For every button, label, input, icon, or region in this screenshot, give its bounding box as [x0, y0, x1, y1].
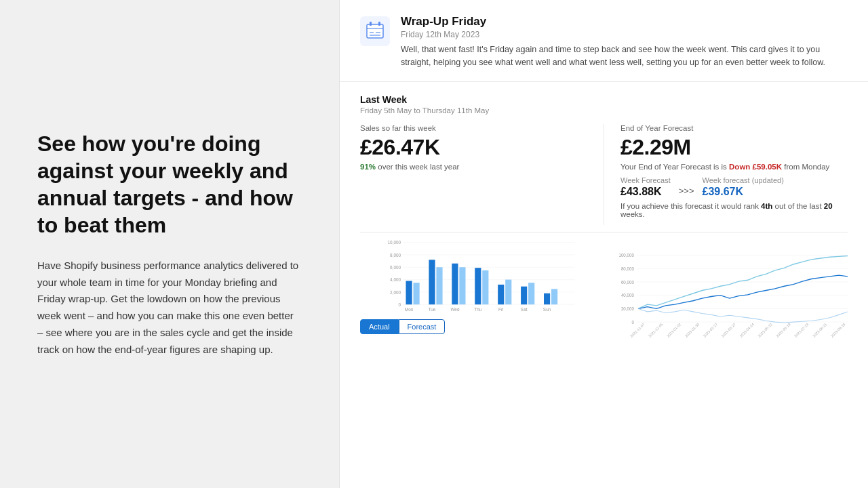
svg-rect-33 — [551, 289, 557, 304]
eoy-sub-prefix: Your End of Year Forecast is — [620, 163, 719, 171]
svg-rect-21 — [414, 283, 420, 304]
sales-metric: Sales so far this week £26.47K 91% over … — [360, 124, 587, 225]
svg-text:2023-09-18: 2023-09-18 — [829, 322, 846, 338]
sales-label: Sales so far this week — [360, 124, 587, 132]
eoy-label: End of Year Forecast — [620, 124, 848, 132]
svg-text:6,000: 6,000 — [390, 265, 401, 270]
svg-text:2023-07-24: 2023-07-24 — [793, 322, 810, 338]
svg-text:20,000: 20,000 — [620, 306, 634, 311]
card-header: Wrap-Up Friday Friday 12th May 2023 Well… — [340, 0, 868, 82]
svg-rect-31 — [528, 283, 534, 304]
metrics-row: Sales so far this week £26.47K 91% over … — [360, 124, 848, 225]
rank-num-1: 4th — [761, 202, 772, 210]
svg-text:2023-06-19: 2023-06-19 — [775, 322, 791, 338]
line-chart-container: 100,000 80,000 60,000 40,000 20,000 0 — [611, 246, 848, 334]
week-forecast-label: Week Forecast — [620, 176, 671, 184]
svg-rect-32 — [544, 293, 550, 304]
svg-text:2023-05-22: 2023-05-22 — [757, 322, 773, 338]
svg-rect-22 — [429, 260, 435, 304]
svg-rect-4 — [378, 22, 380, 26]
svg-rect-3 — [370, 22, 372, 26]
eoy-value: £2.29M — [620, 135, 848, 160]
svg-rect-30 — [521, 286, 527, 304]
svg-text:0: 0 — [631, 319, 634, 324]
rank-text-3: weeks. — [620, 210, 645, 218]
eoy-metric: End of Year Forecast £2.29M Your End of … — [620, 124, 848, 225]
svg-text:2022-11-07: 2022-11-07 — [629, 322, 646, 338]
card-body: Last Week Friday 5th May to Thursday 11t… — [340, 82, 868, 489]
bar-chart-svg: 10,000 8,000 6,000 4,000 2,000 0 — [360, 239, 597, 314]
bar-chart-area: 10,000 8,000 6,000 4,000 2,000 0 — [360, 239, 597, 314]
rank-text-1: If you achieve this forecast it would ra… — [620, 202, 759, 210]
svg-text:Tue: Tue — [429, 307, 436, 312]
week-forecast-updated-label: Week forecast (updated) — [703, 176, 784, 184]
eoy-sub: Your End of Year Forecast is is Down £59… — [620, 163, 848, 171]
svg-rect-26 — [475, 268, 481, 304]
main-heading: See how you're doing against your weekly… — [37, 130, 302, 239]
svg-text:80,000: 80,000 — [620, 266, 634, 270]
svg-rect-20 — [406, 281, 412, 304]
line-chart-svg: 100,000 80,000 60,000 40,000 20,000 0 — [611, 246, 848, 341]
eoy-diff: £59.05K — [753, 163, 782, 171]
svg-text:0: 0 — [399, 302, 401, 307]
rank-text-2: out of the last — [775, 202, 822, 210]
card-icon — [360, 16, 390, 46]
svg-text:2022-12-05: 2022-12-05 — [647, 322, 663, 338]
bar-chart-container: 10,000 8,000 6,000 4,000 2,000 0 — [360, 239, 597, 334]
separator — [360, 232, 848, 232]
card-header-text: Wrap-Up Friday Friday 12th May 2023 Well… — [401, 15, 835, 69]
svg-rect-29 — [505, 279, 511, 304]
svg-text:Fri: Fri — [498, 307, 503, 312]
svg-text:4,000: 4,000 — [390, 277, 401, 282]
card-title: Wrap-Up Friday — [401, 15, 835, 28]
svg-text:Sat: Sat — [521, 307, 528, 312]
charts-row: 10,000 8,000 6,000 4,000 2,000 0 — [360, 239, 848, 334]
svg-text:2023-04-24: 2023-04-24 — [738, 322, 755, 338]
svg-rect-23 — [436, 267, 442, 304]
svg-rect-25 — [459, 267, 465, 304]
svg-text:Mon: Mon — [405, 307, 414, 312]
svg-text:8,000: 8,000 — [390, 252, 401, 257]
sales-value: £26.47K — [360, 135, 587, 160]
card-date: Friday 12th May 2023 — [401, 30, 835, 39]
rank-text: If you achieve this forecast it would ra… — [620, 202, 848, 218]
sales-percent: 91% — [360, 163, 376, 171]
svg-text:Wed: Wed — [450, 307, 459, 312]
eoy-direction: Down — [729, 163, 750, 171]
svg-text:2,000: 2,000 — [390, 289, 401, 294]
svg-text:2023-03-27: 2023-03-27 — [720, 322, 736, 338]
svg-text:60,000: 60,000 — [620, 279, 634, 284]
section-title: Last Week — [360, 94, 848, 105]
svg-rect-27 — [482, 270, 488, 304]
svg-text:2023-01-02: 2023-01-02 — [665, 322, 682, 338]
week-forecast-updated-value: £39.67K — [703, 186, 784, 198]
svg-text:Thu: Thu — [474, 307, 481, 312]
forecast-row: Week Forecast £43.88K >>> Week forecast … — [620, 176, 848, 198]
sales-sub: 91% over this week last year — [360, 163, 587, 171]
rank-num-2: 20 — [824, 202, 833, 210]
svg-text:2023-01-30: 2023-01-30 — [684, 322, 700, 338]
week-forecast: Week Forecast £43.88K — [620, 176, 671, 198]
metrics-divider — [604, 124, 604, 225]
week-forecast-value: £43.88K — [620, 186, 671, 198]
sales-sub-text: over this week last year — [378, 163, 459, 171]
svg-text:100,000: 100,000 — [618, 253, 634, 258]
chart-buttons: Actual Forecast — [360, 319, 597, 334]
forecast-button[interactable]: Forecast — [399, 319, 446, 334]
svg-text:40,000: 40,000 — [620, 293, 634, 298]
svg-text:Sun: Sun — [543, 307, 551, 312]
main-body: Have Shopify business performance analyt… — [37, 258, 302, 359]
line-chart-area: 100,000 80,000 60,000 40,000 20,000 0 — [611, 246, 848, 334]
svg-text:2023-02-27: 2023-02-27 — [702, 322, 718, 338]
card-description: Well, that went fast! It's Friday again … — [401, 43, 835, 69]
eoy-diff-suffix: from Monday — [784, 163, 829, 171]
right-panel: Wrap-Up Friday Friday 12th May 2023 Well… — [339, 0, 868, 488]
section-subtitle: Friday 5th May to Thursday 11th May — [360, 106, 848, 115]
svg-rect-28 — [498, 284, 504, 304]
week-forecast-updated: Week forecast (updated) £39.67K — [703, 176, 784, 198]
left-panel: See how you're doing against your weekly… — [0, 0, 339, 488]
arrow-icon: >>> — [679, 186, 694, 196]
actual-button[interactable]: Actual — [360, 319, 399, 334]
svg-rect-1 — [367, 24, 383, 38]
svg-rect-24 — [452, 263, 458, 304]
